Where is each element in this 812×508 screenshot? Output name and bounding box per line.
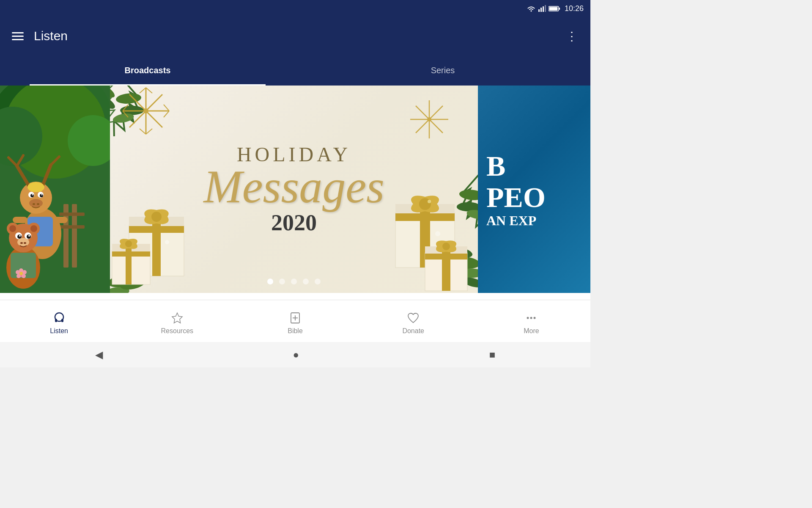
svg-point-51 bbox=[20, 242, 23, 244]
status-time: 10:26 bbox=[565, 4, 584, 13]
svg-point-68 bbox=[457, 202, 478, 211]
banner-right-text: B PEO AN EXP bbox=[478, 142, 554, 237]
svg-point-52 bbox=[24, 242, 26, 244]
svg-marker-133 bbox=[172, 313, 182, 323]
nav-label-donate: Donate bbox=[402, 327, 424, 335]
svg-point-33 bbox=[37, 203, 39, 205]
carousel-dot-3[interactable] bbox=[291, 279, 297, 284]
svg-point-63 bbox=[112, 112, 134, 124]
svg-point-29 bbox=[32, 194, 33, 196]
carousel-dot-1[interactable] bbox=[267, 279, 273, 284]
carousel-dot-4[interactable] bbox=[303, 279, 309, 284]
svg-point-105 bbox=[151, 212, 162, 222]
svg-point-0 bbox=[530, 11, 532, 12]
status-bar: 10:26 bbox=[0, 0, 590, 17]
tab-series[interactable]: Series bbox=[295, 55, 590, 86]
svg-point-120 bbox=[419, 198, 431, 210]
banner-slide-right[interactable]: B PEO AN EXP bbox=[478, 86, 590, 293]
svg-rect-107 bbox=[112, 251, 150, 284]
svg-point-128 bbox=[435, 238, 458, 254]
svg-point-111 bbox=[118, 237, 139, 251]
banner-slide-left[interactable] bbox=[0, 86, 110, 293]
battery-icon bbox=[549, 6, 560, 12]
nav-label-more: More bbox=[524, 327, 539, 335]
svg-line-83 bbox=[129, 94, 162, 127]
banner-carousel: HOLIDAY Messages 2020 B PEO AN EXP bbox=[0, 86, 590, 293]
carousel-dot-2[interactable] bbox=[279, 279, 285, 284]
svg-point-65 bbox=[110, 93, 117, 111]
svg-point-31 bbox=[29, 199, 43, 207]
svg-point-59 bbox=[16, 270, 20, 274]
svg-point-60 bbox=[19, 272, 23, 275]
svg-point-103 bbox=[143, 207, 171, 227]
svg-point-50 bbox=[17, 238, 29, 246]
svg-point-98 bbox=[427, 117, 431, 121]
svg-point-127 bbox=[435, 238, 458, 254]
nav-item-more[interactable]: More bbox=[472, 300, 590, 342]
svg-point-113 bbox=[125, 240, 132, 247]
back-button[interactable]: ◀ bbox=[87, 345, 111, 365]
carousel-dots bbox=[267, 279, 321, 284]
nav-label-bible: Bible bbox=[288, 327, 303, 335]
svg-point-118 bbox=[409, 192, 442, 216]
svg-point-104 bbox=[143, 207, 171, 227]
svg-rect-114 bbox=[395, 213, 455, 268]
more-options-button[interactable]: ⋮ bbox=[562, 26, 582, 47]
svg-rect-115 bbox=[395, 204, 455, 216]
svg-line-91 bbox=[140, 129, 146, 134]
svg-point-122 bbox=[435, 231, 440, 236]
home-button[interactable]: ● bbox=[284, 345, 307, 365]
svg-rect-4 bbox=[545, 5, 546, 12]
nav-item-resources[interactable]: Resources bbox=[118, 300, 236, 342]
svg-point-76 bbox=[450, 256, 478, 270]
svg-rect-123 bbox=[425, 253, 467, 291]
menu-button[interactable] bbox=[8, 29, 27, 44]
more-icon bbox=[524, 311, 538, 325]
svg-rect-126 bbox=[425, 254, 467, 260]
page-title: Listen bbox=[34, 29, 562, 43]
svg-rect-7 bbox=[549, 7, 557, 10]
svg-rect-102 bbox=[129, 226, 184, 233]
nav-item-listen[interactable]: Listen bbox=[0, 300, 118, 342]
bottom-nav: Listen Resources Bible Donate More bbox=[0, 300, 590, 342]
star-icon bbox=[170, 311, 184, 325]
svg-point-48 bbox=[19, 235, 21, 237]
svg-point-129 bbox=[442, 243, 450, 250]
svg-rect-117 bbox=[395, 213, 455, 221]
svg-point-121 bbox=[428, 200, 431, 203]
holiday-year: 2020 bbox=[203, 210, 384, 236]
banner-slide-main[interactable]: HOLIDAY Messages 2020 bbox=[110, 86, 478, 293]
svg-rect-17 bbox=[59, 225, 85, 229]
svg-point-75 bbox=[119, 276, 146, 292]
svg-rect-132 bbox=[61, 319, 63, 322]
svg-rect-116 bbox=[420, 204, 430, 268]
nav-item-donate[interactable]: Donate bbox=[354, 300, 472, 342]
svg-point-61 bbox=[115, 92, 142, 105]
tab-broadcasts[interactable]: Broadcasts bbox=[0, 55, 295, 86]
svg-point-74 bbox=[110, 286, 130, 293]
bible-icon bbox=[288, 311, 302, 325]
carousel-dot-5[interactable] bbox=[315, 279, 321, 284]
svg-point-80 bbox=[462, 276, 478, 289]
nav-label-listen: Listen bbox=[50, 327, 68, 335]
svg-line-90 bbox=[164, 111, 169, 117]
svg-rect-131 bbox=[55, 319, 57, 322]
svg-rect-110 bbox=[112, 251, 150, 257]
status-icons: 10:26 bbox=[527, 4, 584, 13]
recents-button[interactable]: ■ bbox=[481, 345, 504, 365]
svg-point-106 bbox=[165, 240, 169, 244]
svg-point-56 bbox=[22, 270, 27, 274]
svg-line-87 bbox=[123, 105, 128, 111]
content-divider bbox=[388, 0, 472, 2]
svg-point-138 bbox=[530, 317, 532, 319]
svg-line-88 bbox=[123, 111, 128, 117]
svg-rect-1 bbox=[538, 9, 540, 12]
nav-item-bible[interactable]: Bible bbox=[236, 300, 354, 342]
svg-line-97 bbox=[416, 106, 443, 133]
svg-rect-108 bbox=[112, 244, 150, 253]
svg-rect-6 bbox=[559, 8, 560, 10]
svg-point-79 bbox=[438, 259, 464, 272]
svg-point-112 bbox=[118, 237, 139, 251]
svg-rect-37 bbox=[53, 217, 68, 223]
holiday-title-cursive: Messages bbox=[203, 166, 384, 208]
